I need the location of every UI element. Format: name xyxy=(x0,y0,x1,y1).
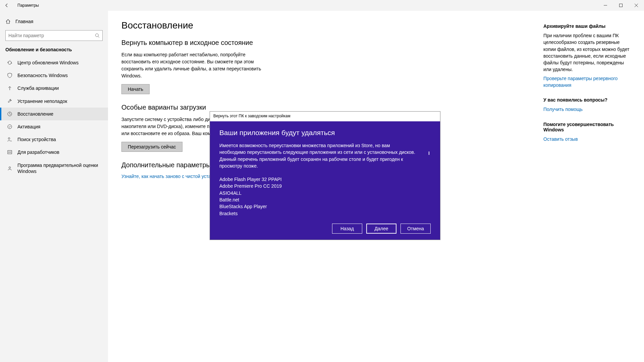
code-icon xyxy=(7,149,13,155)
svg-line-5 xyxy=(98,37,100,38)
sidebar: Главная Обновление и безопасность Центр … xyxy=(0,11,108,362)
check-circle-icon xyxy=(7,124,13,130)
sidebar-item-label: Для разработчиков xyxy=(17,149,59,155)
sidebar-item-update[interactable]: Центр обновления Windows xyxy=(0,56,108,69)
dialog-scrollbar[interactable] xyxy=(429,152,429,155)
rail-backup-text: При наличии проблем с вашим ПК целесообр… xyxy=(543,32,631,73)
reset-pc-heading: Вернуть компьютер в исходное состояние xyxy=(121,39,430,47)
svg-point-4 xyxy=(96,34,99,37)
page-title: Восстановление xyxy=(121,20,430,31)
rail-backup-title: Архивируйте ваши файлы xyxy=(543,23,631,29)
dialog-titlebar: Вернуть этот ПК к заводским настройкам xyxy=(210,112,440,121)
sidebar-item-developers[interactable]: Для разработчиков xyxy=(0,146,108,159)
shield-icon xyxy=(7,72,13,78)
sidebar-item-insider[interactable]: Программа предварительной оценки Windows xyxy=(0,159,108,178)
person-search-icon xyxy=(7,136,13,142)
minimize-button[interactable] xyxy=(598,0,613,11)
sidebar-item-label: Устранение неполадок xyxy=(17,98,67,104)
reset-start-button[interactable]: Начать xyxy=(121,84,150,94)
dialog-desc: Имеется возможность переустановки множес… xyxy=(219,142,417,169)
home-icon xyxy=(5,19,11,24)
window-title: Параметры xyxy=(17,3,39,8)
close-button[interactable] xyxy=(629,0,644,11)
sidebar-item-label: Программа предварительной оценки Windows xyxy=(17,162,103,174)
app-item: Adobe Premiere Pro CC 2019 xyxy=(219,183,431,189)
dialog-heading: Ваши приложения будут удаляться xyxy=(219,129,431,137)
app-item: Battle.net xyxy=(219,196,431,203)
dialog-back-button[interactable]: Назад xyxy=(332,224,362,234)
sidebar-item-label: Служба архивации xyxy=(17,85,59,91)
rail-feedback-title: Помогите усовершенствовать Windows xyxy=(543,122,631,132)
rail-feedback-link[interactable]: Оставить отзыв xyxy=(543,136,631,142)
insider-icon xyxy=(7,165,13,171)
sync-icon xyxy=(7,60,13,66)
sidebar-item-activation[interactable]: Активация xyxy=(0,120,108,133)
rail-help-link[interactable]: Получить помощь xyxy=(543,106,631,113)
app-item: Adobe Flash Player 32 PPAPI xyxy=(219,176,431,183)
app-item: BlueStacks App Player xyxy=(219,203,431,210)
advanced-startup-heading: Особые варианты загрузки xyxy=(121,104,430,111)
svg-point-8 xyxy=(8,138,10,139)
reset-pc-desc: Если ваш компьютер работает нестабильно,… xyxy=(121,51,276,79)
restart-now-button[interactable]: Перезагрузить сейчас xyxy=(121,142,182,152)
sidebar-item-backup[interactable]: Служба архивации xyxy=(0,82,108,95)
sidebar-item-recovery[interactable]: Восстановление xyxy=(0,108,108,120)
app-item: Brackets xyxy=(219,210,431,217)
reset-dialog: Вернуть этот ПК к заводским настройкам В… xyxy=(210,111,440,240)
dialog-app-list: Adobe Flash Player 32 PPAPI Adobe Premie… xyxy=(219,176,431,217)
sidebar-item-security[interactable]: Безопасность Windows xyxy=(0,69,108,82)
home-label: Главная xyxy=(15,19,33,24)
svg-rect-1 xyxy=(620,4,623,7)
dialog-next-button[interactable]: Далее xyxy=(366,224,396,234)
sidebar-category: Обновление и безопасность xyxy=(0,47,108,56)
search-input-wrapper[interactable] xyxy=(5,30,103,41)
right-rail: Архивируйте ваши файлы При наличии пробл… xyxy=(543,20,631,362)
app-item: ASIO4ALL xyxy=(219,190,431,196)
back-button[interactable] xyxy=(3,1,11,9)
sidebar-item-label: Безопасность Windows xyxy=(17,72,68,78)
dialog-cancel-button[interactable]: Отмена xyxy=(400,224,431,234)
sidebar-item-label: Центр обновления Windows xyxy=(17,60,78,66)
search-input[interactable] xyxy=(8,33,95,38)
sidebar-item-find-device[interactable]: Поиск устройства xyxy=(0,133,108,146)
svg-point-7 xyxy=(8,125,12,129)
sidebar-item-troubleshoot[interactable]: Устранение неполадок xyxy=(0,95,108,108)
maximize-button[interactable] xyxy=(613,0,629,11)
sidebar-item-label: Поиск устройства xyxy=(17,136,56,142)
rail-questions-title: У вас появились вопросы? xyxy=(543,97,631,103)
arrow-up-icon xyxy=(7,85,13,91)
search-icon xyxy=(95,33,100,38)
home-link[interactable]: Главная xyxy=(0,15,108,27)
rail-backup-link[interactable]: Проверьте параметры резервного копирован… xyxy=(543,75,631,89)
wrench-icon xyxy=(7,98,13,104)
sidebar-item-label: Восстановление xyxy=(17,111,53,117)
window-titlebar: Параметры xyxy=(0,0,644,11)
svg-point-10 xyxy=(9,167,11,168)
sidebar-item-label: Активация xyxy=(17,124,40,130)
clock-icon xyxy=(7,111,13,117)
